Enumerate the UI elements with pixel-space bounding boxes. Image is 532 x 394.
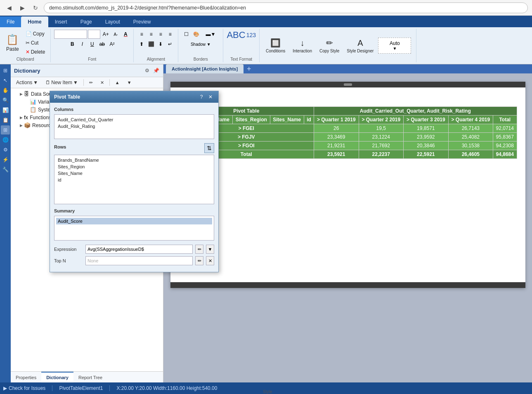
summary-empty-row [56,224,212,233]
topn-edit-button[interactable]: ✏ [195,256,203,265]
col-sites-region: Sites_Region [233,116,270,124]
align-left-button[interactable]: ≡ [137,30,146,39]
shadow-button[interactable]: Shadow ▼ [187,40,215,49]
align-bottom-button[interactable]: ⬇ [156,40,165,49]
border-color-button[interactable]: 🎨 [192,30,201,39]
toolbar-pivot-button[interactable]: ⊞ [1,125,10,134]
font-size-input[interactable] [88,30,100,39]
italic-button[interactable]: I [78,40,87,49]
align-right-button[interactable]: ≡ [156,30,165,39]
fgoi-q3: 20,3846 [404,142,449,150]
font-shrink-button[interactable]: A- [111,30,120,39]
font-name-input[interactable] [54,30,87,39]
sidebar-settings-button[interactable]: ⚙ [143,67,151,74]
topn-clear-button[interactable]: ✕ [206,256,214,265]
toolbar-chart-button[interactable]: 📊 [1,106,10,115]
toolbar-grid-button[interactable]: ⊞ [1,66,10,75]
tab-report-tree[interactable]: Report Tree [73,372,107,382]
expression-edit-button[interactable]: ✏ [195,245,203,254]
copy-style-icon: ✏ [326,38,333,48]
toolbar-hand-button[interactable]: ✋ [1,86,10,95]
toolbar-settings-button[interactable]: ⚙ [1,145,10,154]
delete-item-button[interactable]: ✕ [97,79,107,87]
tab-properties[interactable]: Properties [11,372,41,382]
sidebar-title: Dictionary [14,68,40,74]
dialog-close-button[interactable]: ✕ [207,93,214,101]
left-toolbar: ⊞ ↖ ✋ 🔍 📊 📋 ⊞ 🌐 ⚙ ⚡ 🔧 [0,64,11,382]
align-middle-button[interactable]: ⬛ [147,40,156,49]
style-designer-button[interactable]: A Style Designer [344,34,376,58]
tab-page[interactable]: Page [74,17,99,27]
superscript-button[interactable]: A² [107,40,116,49]
forward-button[interactable]: ▶ [17,3,27,13]
topn-input[interactable] [85,256,193,265]
move-up-button[interactable]: ▲ [112,79,123,86]
style-label: Style [263,389,272,394]
clipboard-sub: 📄 Copy ✂ Cut ✕ Delete [24,30,47,56]
actions-dropdown-icon: ▼ [33,80,38,85]
copy-style-button[interactable]: ✏ Copy Style [317,34,342,58]
fgei-total: 92,0714 [493,124,517,133]
underline-button[interactable]: U [87,40,97,49]
tab-dictionary[interactable]: Dictionary [41,372,73,382]
font-grow-button[interactable]: A+ [101,30,110,39]
refresh-button[interactable]: ↻ [31,3,40,13]
copy-button[interactable]: 📄 Copy [24,30,47,38]
tab-file[interactable]: File [0,17,21,27]
canvas-tab-main[interactable]: ActionInsight [Action Insights] [166,64,244,73]
align-center-button[interactable]: ≡ [147,30,156,39]
toolbar-zoom-button[interactable]: 🔍 [1,96,10,105]
dialog-help-button[interactable]: ? [198,93,205,101]
address-bar[interactable] [44,2,528,13]
font-color-button[interactable]: A [121,30,130,39]
toolbar-connect-button[interactable]: ⚡ [1,155,10,164]
paste-button[interactable]: 📋 Paste [3,31,22,55]
summary-list[interactable]: Audit_Score [54,216,214,241]
style-box[interactable]: Auto ▼ [378,38,411,54]
interaction-button[interactable]: ↓ Interaction [290,34,315,58]
toolbar-tools-button[interactable]: 🔧 [1,165,10,174]
toolbar-table-button[interactable]: 📋 [1,116,10,125]
col-q2: > Quarter 2 2019 [359,116,404,124]
topn-field: Top N ✏ ✕ [54,256,214,265]
rows-list[interactable]: Brands_BrandName Sites_Region Sites_Name… [54,155,214,204]
new-item-button[interactable]: 🗒 New Item ▼ [43,78,81,87]
back-button[interactable]: ◀ [4,3,14,13]
indent-button[interactable]: ↵ [166,40,175,49]
toolbar-cursor-button[interactable]: ↖ [1,76,10,85]
conditions-button[interactable]: 🔲 Conditions [263,34,288,58]
fgjv-q4: 25,4082 [448,133,493,142]
border-width-button[interactable]: ▬▼ [201,30,220,39]
actions-button[interactable]: Actions ▼ [13,78,41,87]
expression-dropdown-button[interactable]: ▼ [206,245,214,254]
align-top-button[interactable]: ⬆ [137,40,146,49]
move-down-button[interactable]: ▼ [124,79,135,86]
align-justify-button[interactable]: ≡ [166,30,175,39]
drag-handle-top[interactable] [344,83,352,86]
border-style-button[interactable]: ☐ [182,30,191,39]
columns-list[interactable]: Audit_Carried_Out_Quarter Audit_Risk_Rat… [54,114,214,139]
clipboard-content: 📋 Paste 📄 Copy ✂ Cut ✕ [3,30,47,56]
tab-layout[interactable]: Layout [99,17,127,27]
align-grid-top: ≡ ≡ ≡ ≡ [137,30,175,39]
bold-button[interactable]: B [68,40,77,49]
ribbon-group-alignment: ≡ ≡ ≡ ≡ ⬆ ⬛ ⬇ ↵ Alignment [134,29,178,62]
tab-preview[interactable]: Preview [127,17,158,27]
tab-home[interactable]: Home [21,17,48,27]
expression-input[interactable] [85,245,193,254]
toolbar-map-button[interactable]: 🌐 [1,135,10,144]
edit-item-button[interactable]: ✏ [86,79,96,87]
ribbon-group-textformat: ABC 123 Text Format [223,29,260,62]
sidebar-pin-button[interactable]: 📌 [152,67,160,74]
canvas-bottom-bar [170,282,525,288]
add-tab-button[interactable]: + [244,65,254,73]
col-sites-name: Sites_Name [270,116,304,124]
pivot-table: Pivot Table Audit_Carried_Out_Quarter, A… [179,106,517,159]
tab-insert[interactable]: Insert [48,17,74,27]
swap-button[interactable]: ⇅ [204,143,214,153]
strikethrough-button[interactable]: ab [97,40,106,49]
check-issues-label[interactable]: Check for Issues [9,385,45,391]
cut-button[interactable]: ✂ Cut [24,39,47,47]
dialog-title: Pivot Table [54,94,80,100]
delete-button[interactable]: ✕ Delete [24,48,47,56]
